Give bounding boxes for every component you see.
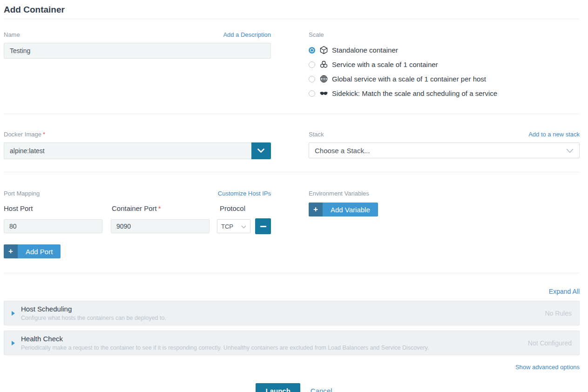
protocol-label: Protocol bbox=[220, 204, 291, 212]
required-asterisk: * bbox=[158, 204, 161, 212]
stack-select[interactable]: Choose a Stack... bbox=[309, 142, 580, 158]
chevron-down-icon bbox=[566, 147, 574, 155]
stack-label: Stack bbox=[309, 131, 324, 138]
add-variable-label: Add Variable bbox=[323, 203, 378, 216]
add-new-stack-link[interactable]: Add to a new stack bbox=[528, 131, 580, 138]
accordion-description: Configure what hosts the containers can … bbox=[21, 315, 535, 321]
mask-icon bbox=[319, 89, 328, 98]
scale-option-sidekick[interactable]: Sidekick: Match the scale and scheduling… bbox=[309, 86, 580, 101]
docker-image-column: Docker Image* bbox=[4, 131, 271, 159]
add-port-button[interactable]: + Add Port bbox=[4, 244, 61, 258]
scale-option-label: Global service with a scale of 1 contain… bbox=[332, 75, 486, 83]
name-column: Name Add a Description bbox=[4, 31, 271, 101]
globe-icon bbox=[319, 74, 328, 83]
status-badge: No Rules bbox=[545, 310, 572, 317]
environment-variables-label: Environment Variables bbox=[309, 190, 369, 197]
add-port-label: Add Port bbox=[18, 244, 61, 258]
protocol-select-value: TCP bbox=[221, 223, 233, 230]
accordion-title: Health Check bbox=[21, 335, 519, 343]
customize-host-ips-link[interactable]: Customize Host IPs bbox=[218, 190, 271, 197]
plus-icon: + bbox=[309, 203, 323, 216]
plus-icon: + bbox=[4, 244, 18, 258]
section-divider bbox=[4, 273, 580, 273]
ports-env-row: Port Mapping Customize Host IPs Host Por… bbox=[0, 172, 588, 273]
stack-select-value: Choose a Stack... bbox=[315, 147, 370, 155]
remove-port-button[interactable] bbox=[255, 218, 271, 234]
show-advanced-options-link[interactable]: Show advanced options bbox=[515, 364, 580, 371]
advanced-sections: Expand All Host Scheduling Configure wha… bbox=[0, 287, 588, 371]
container-port-label: Container Port* bbox=[112, 204, 211, 212]
add-variable-button[interactable]: + Add Variable bbox=[309, 203, 378, 216]
name-scale-row: Name Add a Description Scale bbox=[0, 19, 588, 114]
form-footer: Launch Cancel bbox=[0, 383, 588, 392]
radio-selected bbox=[309, 47, 315, 54]
scale-column: Scale Standalone container bbox=[309, 31, 580, 101]
radio-unselected bbox=[309, 61, 315, 68]
image-dropdown-button[interactable] bbox=[251, 142, 271, 159]
host-port-input[interactable] bbox=[4, 219, 102, 233]
accordion-health-check[interactable]: Health Check Periodically make a request… bbox=[4, 331, 580, 355]
scale-option-standalone[interactable]: Standalone container bbox=[309, 43, 580, 57]
scale-option-label: Sidekick: Match the scale and scheduling… bbox=[332, 89, 497, 97]
expand-all-link[interactable]: Expand All bbox=[549, 288, 580, 295]
host-port-label: Host Port bbox=[4, 204, 103, 212]
port-mapping-column: Port Mapping Customize Host IPs Host Por… bbox=[4, 190, 271, 258]
protocol-select[interactable]: TCP bbox=[217, 219, 250, 233]
expand-arrow-icon bbox=[12, 311, 15, 316]
scale-option-service[interactable]: Service with a scale of 1 container bbox=[309, 57, 580, 72]
radio-unselected bbox=[309, 90, 315, 97]
scale-option-label: Service with a scale of 1 container bbox=[332, 61, 438, 68]
accordion-description: Periodically make a request to the conta… bbox=[21, 345, 519, 351]
scale-label: Scale bbox=[309, 31, 324, 38]
environment-variables-column: Environment Variables + Add Variable bbox=[309, 190, 580, 258]
expand-arrow-icon bbox=[12, 341, 15, 345]
container-port-input[interactable] bbox=[111, 219, 210, 233]
add-container-form: Add Container Name Add a Description Sca… bbox=[0, 0, 588, 392]
name-label: Name bbox=[4, 31, 20, 38]
launch-button[interactable]: Launch bbox=[256, 383, 300, 392]
add-description-link[interactable]: Add a Description bbox=[223, 31, 271, 38]
scale-options: Standalone container Service with a scal… bbox=[309, 43, 580, 101]
port-row: TCP bbox=[4, 218, 271, 234]
radio-unselected bbox=[309, 76, 315, 82]
status-badge: Not Configured bbox=[528, 339, 572, 347]
port-mapping-label: Port Mapping bbox=[4, 190, 40, 197]
chevron-down-icon bbox=[241, 223, 246, 230]
cluster-icon bbox=[319, 60, 328, 69]
scale-option-label: Standalone container bbox=[332, 46, 398, 54]
image-stack-row: Docker Image* Stack Add to a new stack C… bbox=[0, 114, 588, 172]
docker-image-input[interactable] bbox=[4, 142, 251, 159]
name-input[interactable] bbox=[4, 43, 271, 59]
stack-column: Stack Add to a new stack Choose a Stack.… bbox=[309, 131, 580, 159]
scale-option-global[interactable]: Global service with a scale of 1 contain… bbox=[309, 72, 580, 86]
accordion-host-scheduling[interactable]: Host Scheduling Configure what hosts the… bbox=[4, 301, 580, 325]
required-asterisk: * bbox=[43, 131, 45, 138]
page-title: Add Container bbox=[0, 0, 588, 19]
port-grid: Host Port Container Port* Protocol bbox=[4, 197, 271, 212]
minus-icon bbox=[260, 226, 266, 227]
docker-image-label: Docker Image* bbox=[4, 131, 45, 138]
chevron-down-icon bbox=[257, 148, 264, 155]
cube-icon bbox=[319, 46, 328, 54]
accordion-title: Host Scheduling bbox=[21, 305, 535, 313]
cancel-button[interactable]: Cancel bbox=[311, 387, 332, 392]
